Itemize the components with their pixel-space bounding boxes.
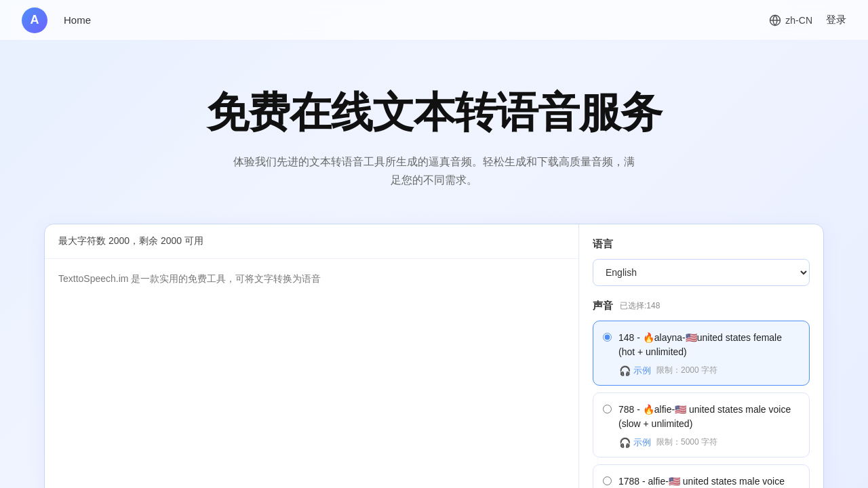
- voice-meta: 🎧 示例 限制：5000 字符: [619, 436, 800, 449]
- text-area-container: [45, 259, 578, 488]
- text-input[interactable]: [58, 271, 565, 488]
- lang-switcher[interactable]: zh-CN: [769, 14, 812, 26]
- voice-card-top: 1788 - alfie-🇺🇸 united states male voice…: [603, 474, 800, 488]
- voice-card[interactable]: 1788 - alfie-🇺🇸 united states male voice…: [593, 464, 810, 488]
- headphone-icon: 🎧: [619, 365, 631, 376]
- hero-title: 免费在线文本转语音服务: [27, 88, 841, 136]
- voice-radio[interactable]: [603, 405, 612, 413]
- hero-subtitle: 体验我们先进的文本转语音工具所生成的逼真音频。轻松生成和下载高质量音频，满足您的…: [231, 152, 637, 189]
- voice-list: 148 - 🔥alayna-🇺🇸united states female (ho…: [593, 321, 810, 488]
- hero-section: 免费在线文本转语音服务 体验我们先进的文本转语音工具所生成的逼真音频。轻松生成和…: [0, 41, 868, 224]
- language-select[interactable]: EnglishChineseJapaneseFrenchGermanSpanis…: [593, 259, 810, 286]
- main-card: 最大字符数 2000，剩余 2000 可用 语言 EnglishChineseJ…: [44, 224, 824, 488]
- navbar: A Home zh-CN 登录: [0, 0, 868, 41]
- voice-card[interactable]: 148 - 🔥alayna-🇺🇸united states female (ho…: [593, 321, 810, 386]
- logo[interactable]: A: [22, 7, 47, 33]
- voice-settings-panel: 语言 EnglishChineseJapaneseFrenchGermanSpa…: [579, 224, 823, 488]
- voice-name: 1788 - alfie-🇺🇸 united states male voice…: [618, 474, 800, 488]
- voice-radio[interactable]: [603, 333, 612, 342]
- voice-card-top: 788 - 🔥alfie-🇺🇸 united states male voice…: [603, 403, 800, 431]
- example-label: 示例: [633, 365, 651, 377]
- text-input-panel: 最大字符数 2000，剩余 2000 可用: [45, 224, 579, 488]
- voice-card[interactable]: 788 - 🔥alfie-🇺🇸 united states male voice…: [593, 392, 810, 458]
- headphone-icon: 🎧: [619, 437, 631, 448]
- voice-example-button[interactable]: 🎧 示例: [619, 436, 651, 449]
- example-label: 示例: [633, 436, 651, 449]
- voice-limit: 限制：5000 字符: [656, 436, 717, 448]
- logo-icon: A: [22, 7, 47, 33]
- voice-limit: 限制：2000 字符: [656, 365, 717, 376]
- char-limit-info: 最大字符数 2000，剩余 2000 可用: [45, 224, 578, 259]
- lang-label: zh-CN: [785, 15, 812, 26]
- voice-name: 148 - 🔥alayna-🇺🇸united states female (ho…: [618, 331, 800, 359]
- nav-home-link[interactable]: Home: [64, 14, 91, 26]
- lang-section-label: 语言: [593, 238, 810, 251]
- voice-example-button[interactable]: 🎧 示例: [619, 365, 651, 377]
- login-button[interactable]: 登录: [826, 14, 846, 26]
- globe-icon: [769, 14, 781, 26]
- voice-radio[interactable]: [603, 476, 612, 485]
- voice-meta: 🎧 示例 限制：2000 字符: [619, 365, 800, 377]
- voice-card-top: 148 - 🔥alayna-🇺🇸united states female (ho…: [603, 331, 800, 359]
- voice-section-label: 声音: [593, 300, 613, 312]
- voice-header: 声音 已选择:148: [593, 300, 810, 312]
- voice-selected-badge: 已选择:148: [620, 300, 660, 312]
- voice-name: 788 - 🔥alfie-🇺🇸 united states male voice…: [618, 403, 800, 431]
